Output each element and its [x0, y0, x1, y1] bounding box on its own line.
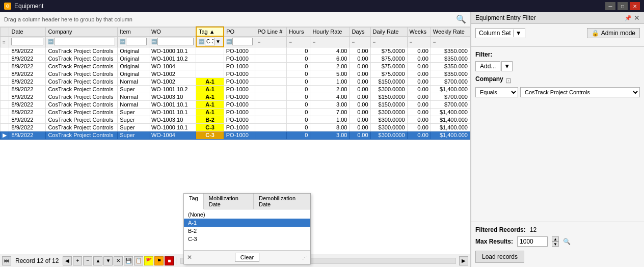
dropdown-tab-mobdate[interactable]: Mobilization Date — [204, 194, 254, 209]
right-panel-title: Equipment Entry Filter — [475, 14, 536, 21]
add-filter-button[interactable]: Add... — [475, 61, 500, 71]
cell-poline — [255, 131, 287, 139]
table-row[interactable]: 8/9/2022 CosTrack Project Controls Origi… — [1, 62, 470, 70]
filter-company-inputs: Equals Not Equals Contains Starts With C… — [475, 87, 640, 97]
dropdown-tab-tag[interactable]: Tag — [184, 194, 204, 209]
col-weeklyrate[interactable]: Weekly Rate — [431, 27, 470, 36]
cell-wo: WO-1001.10.2 — [149, 85, 196, 93]
col-item[interactable]: Item — [118, 27, 149, 36]
dropdown-close-button[interactable]: ✕ — [187, 254, 192, 261]
cell-dailyrate: $300.0000 — [370, 108, 407, 116]
dropdown-item-b2[interactable]: B-2 — [184, 227, 310, 235]
filter-tag: 🔤▼ — [196, 36, 224, 47]
col-wo[interactable]: WO — [149, 27, 196, 36]
company-filter-input[interactable] — [54, 38, 115, 45]
clear-button[interactable]: Clear — [235, 253, 259, 262]
copy-button[interactable]: 📋 — [134, 256, 143, 265]
item-filter-input[interactable] — [126, 38, 147, 45]
wo-filter-input[interactable] — [157, 38, 194, 45]
dropdown-item-none[interactable]: (None) — [184, 210, 310, 219]
cell-weeks: 0.00 — [407, 47, 431, 55]
dropdown-items: (None) A-1 B-2 C-3 — [184, 209, 310, 250]
table-row[interactable]: ▶ 8/9/2022 CosTrack Project Controls Sup… — [1, 131, 470, 139]
right-panel-close-button[interactable]: ✕ — [634, 14, 640, 22]
company-operator-select[interactable]: Equals Not Equals Contains Starts With — [475, 87, 518, 97]
table-row[interactable]: 8/9/2022 CosTrack Project Controls Origi… — [1, 70, 470, 77]
close-button[interactable]: ✕ — [630, 2, 640, 10]
cell-hourlyrate: 3.00 — [310, 131, 350, 139]
max-results-down-button[interactable]: ▼ — [552, 242, 559, 247]
max-results-label: Max Results: — [475, 238, 513, 245]
po-filter-input[interactable] — [232, 38, 253, 45]
cell-item: Super — [118, 116, 149, 123]
col-company[interactable]: Company — [46, 27, 118, 36]
add-record-button[interactable]: + — [73, 256, 82, 265]
cell-weeks: 0.00 — [407, 131, 431, 139]
dropdown-item-a1[interactable]: A-1 — [184, 219, 310, 227]
table-row[interactable]: 8/9/2022 CosTrack Project Controls Norma… — [1, 77, 470, 85]
max-results-up-button[interactable]: ▲ — [552, 236, 559, 242]
filtered-records-label: Filtered Records: — [475, 226, 526, 233]
dropdown-item-c3[interactable]: C-3 — [184, 235, 310, 243]
down-button[interactable]: ▼ — [103, 256, 113, 265]
table-row[interactable]: 8/9/2022 CosTrack Project Controls Super… — [1, 108, 470, 116]
col-hourlyrate[interactable]: Hourly Rate — [310, 27, 350, 36]
prev-record-button[interactable]: ◀ — [63, 256, 72, 265]
add-filter-arrow-button[interactable]: ▼ — [501, 61, 513, 71]
pin-icon[interactable]: 📌 — [625, 15, 632, 21]
cell-dailyrate: $300.0000 — [370, 131, 407, 139]
company-value-select[interactable]: CosTrack Project Controls — [520, 87, 640, 97]
cell-po: PO-1000 — [224, 108, 255, 116]
orange-flag[interactable]: ⚑ — [154, 256, 164, 265]
load-records-button[interactable]: Load records — [475, 251, 524, 263]
maximize-button[interactable]: □ — [618, 2, 628, 10]
cell-hours: 0 — [287, 123, 310, 131]
max-results-input[interactable]: 1000 — [517, 236, 548, 247]
cell-item: Original — [118, 62, 149, 70]
col-days[interactable]: Days — [350, 27, 370, 36]
up-button[interactable]: ▲ — [93, 256, 102, 265]
admin-mode-button[interactable]: 🔒 Admin mode — [587, 28, 640, 38]
col-tag[interactable]: Tag ▲ — [196, 27, 224, 36]
tag-filter-input[interactable] — [205, 38, 215, 45]
search-icon[interactable]: 🔍 — [456, 14, 466, 24]
row-indicator — [1, 108, 9, 116]
table-row[interactable]: 8/9/2022 CosTrack Project Controls Origi… — [1, 55, 470, 62]
col-hours[interactable]: Hours — [287, 27, 310, 36]
col-dailyrate[interactable]: Daily Rate — [370, 27, 407, 36]
data-table: Date Company Item WO Tag ▲ PO PO Line # … — [0, 26, 470, 140]
title-bar: ⚙ Equipment ─ □ ✕ — [0, 0, 644, 12]
cell-weeks: 0.00 — [407, 116, 431, 123]
filter-dailyrate: = — [370, 36, 407, 47]
table-row[interactable]: 8/9/2022 CosTrack Project Controls Norma… — [1, 93, 470, 100]
cell-date: 8/9/2022 — [9, 70, 46, 77]
col-weeks[interactable]: Weeks — [407, 27, 431, 36]
col-date[interactable]: Date — [9, 27, 46, 36]
table-row[interactable]: 8/9/2022 CosTrack Project Controls Super… — [1, 123, 470, 131]
cell-company: CosTrack Project Controls — [46, 85, 118, 93]
yellow-flag[interactable]: 🚩 — [144, 256, 153, 265]
delete-record-button[interactable]: − — [83, 256, 92, 265]
date-filter-input[interactable] — [11, 38, 43, 45]
table-row[interactable]: 8/9/2022 CosTrack Project Controls Super… — [1, 116, 470, 123]
cell-weeks: 0.00 — [407, 108, 431, 116]
cell-po: PO-1000 — [224, 131, 255, 139]
first-record-button[interactable]: ⏮ — [2, 256, 11, 265]
table-row[interactable]: 8/9/2022 CosTrack Project Controls Norma… — [1, 100, 470, 108]
col-po[interactable]: PO — [224, 27, 255, 36]
red-flag[interactable]: ■ — [165, 256, 174, 265]
minimize-button[interactable]: ─ — [605, 2, 615, 10]
cell-poline — [255, 70, 287, 77]
cancel-button[interactable]: ✕ — [114, 256, 123, 265]
resize-handle[interactable]: ⋰ — [302, 255, 307, 260]
column-set-button[interactable]: Column Set ▼ — [475, 28, 525, 38]
cell-poline — [255, 123, 287, 131]
dropdown-tab-demobdate[interactable]: Demobilization Date — [254, 194, 310, 209]
table-row[interactable]: 8/9/2022 CosTrack Project Controls Super… — [1, 85, 470, 93]
col-poline[interactable]: PO Line # — [255, 27, 287, 36]
next-record-button[interactable]: ▶ — [459, 256, 468, 265]
app-title: Equipment — [14, 3, 43, 10]
tag-dropdown: Tag Mobilization Date Demobilization Dat… — [183, 193, 311, 264]
save-button[interactable]: 💾 — [124, 256, 133, 265]
table-row[interactable]: 8/9/2022 CosTrack Project Controls Origi… — [1, 47, 470, 55]
